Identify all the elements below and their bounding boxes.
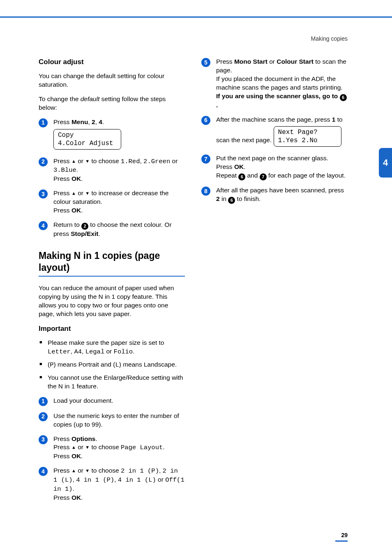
step-text: Load your document. bbox=[53, 397, 185, 405]
key-2: 2 bbox=[92, 118, 95, 125]
text: Press bbox=[53, 467, 71, 474]
up-arrow-icon: ▲ bbox=[71, 468, 76, 473]
colour-step-3: 3 Press ▲ or ▼ to increase or decrease t… bbox=[39, 189, 185, 215]
text: . bbox=[98, 230, 100, 237]
ok-key: OK bbox=[71, 494, 81, 501]
key-4: 4 bbox=[99, 118, 102, 125]
lcd-line: Copy bbox=[58, 131, 117, 139]
important-heading: Important bbox=[39, 324, 185, 334]
ref-step-6-icon: 6 bbox=[228, 197, 235, 204]
text: or bbox=[156, 476, 165, 483]
nin1-heading: Making N in 1 copies (page layout) bbox=[39, 250, 185, 277]
text: or bbox=[104, 348, 113, 355]
nin1-step-3: 3 Press Options. Press ▲ or ▼ to choose … bbox=[39, 435, 185, 461]
nin1-step-7: 7 Put the next page on the scanner glass… bbox=[201, 154, 348, 180]
text: Press bbox=[53, 175, 71, 182]
step-number-icon: 4 bbox=[39, 221, 48, 230]
up-arrow-icon: ▲ bbox=[71, 159, 76, 164]
step-number-icon: 2 bbox=[39, 157, 48, 166]
lcd-line: 1.Yes 2.No bbox=[278, 136, 337, 145]
step-number-icon: 1 bbox=[39, 118, 48, 127]
text: . bbox=[96, 435, 97, 442]
colour-step-1: 1 Press Menu, 2, 4. Copy 4.Color Adjust bbox=[39, 118, 185, 151]
text: . bbox=[81, 175, 83, 182]
text: or bbox=[76, 443, 85, 450]
step-number-icon: 1 bbox=[39, 397, 48, 406]
text: Return to bbox=[53, 221, 81, 228]
step-text: Press ▲ or ▼ to choose 1.Red, 2.Green or… bbox=[53, 157, 185, 184]
mono-start-key: Mono Start bbox=[234, 58, 267, 65]
text: . bbox=[163, 443, 164, 450]
text: or bbox=[170, 157, 178, 164]
step-number-icon: 5 bbox=[201, 58, 210, 67]
list-item: (P) means Portrait and (L) means Landsca… bbox=[39, 360, 185, 369]
text: If you placed the document in the ADF, t… bbox=[216, 75, 343, 91]
ref-step-6-icon: 6 bbox=[238, 173, 245, 180]
top-rule bbox=[0, 16, 392, 18]
nin1-step-1: 1 Load your document. bbox=[39, 397, 185, 406]
page-number: 29 bbox=[341, 531, 348, 539]
text: Please make sure the paper size is set t… bbox=[48, 339, 164, 346]
nin1-step-6: 6 After the machine scans the page, pres… bbox=[201, 115, 348, 149]
text: Repeat bbox=[216, 172, 238, 179]
text: . bbox=[244, 163, 245, 170]
landscape-l: L bbox=[115, 361, 119, 369]
paper-letter: Letter bbox=[48, 348, 71, 355]
colour-step-2: 2 Press ▲ or ▼ to choose 1.Red, 2.Green … bbox=[39, 157, 185, 184]
colour-step-4: 4 Return to 2 to choose the next colour.… bbox=[39, 221, 185, 238]
nin1-step-5: 5 Press Mono Start or Colour Start to sc… bbox=[201, 58, 348, 110]
text: . bbox=[76, 166, 78, 173]
text: , bbox=[73, 476, 76, 483]
text: ) means Portrait and ( bbox=[53, 361, 115, 368]
down-arrow-icon: ▼ bbox=[85, 159, 90, 164]
colour-adjust-intro: You can change the default setting for c… bbox=[39, 72, 185, 89]
step-text: Return to 2 to choose the next colour. O… bbox=[53, 221, 185, 238]
opt-4in1l: 4 in 1 (L) bbox=[118, 476, 156, 484]
text: Press bbox=[53, 157, 71, 164]
text: . bbox=[133, 348, 134, 355]
text: Press bbox=[53, 452, 71, 459]
paper-folio: Folio bbox=[114, 348, 133, 355]
ref-step-6-icon: 6 bbox=[340, 94, 347, 101]
menu-key: Menu bbox=[71, 118, 88, 125]
header-section-label: Making copies bbox=[311, 35, 348, 43]
text: . bbox=[216, 102, 218, 108]
nin1-step-8: 8 After all the pages have been scanned,… bbox=[201, 186, 348, 204]
step-number-icon: 3 bbox=[39, 435, 48, 444]
text: Press bbox=[53, 118, 71, 125]
lcd-display: Copy 4.Color Adjust bbox=[53, 129, 121, 150]
down-arrow-icon: ▼ bbox=[85, 445, 90, 450]
options-key: Options bbox=[71, 435, 96, 442]
paper-legal: Legal bbox=[85, 348, 105, 355]
page-layout-option: Page Layout bbox=[121, 444, 163, 451]
bottom-rule bbox=[335, 540, 348, 542]
step-text: Use the numeric keys to enter the number… bbox=[53, 412, 185, 429]
text: Press bbox=[216, 58, 234, 65]
step-number-icon: 4 bbox=[39, 467, 48, 476]
glass-note: If you are using the scanner glass, go t… bbox=[216, 92, 347, 108]
lcd-line: Next Page? bbox=[278, 128, 337, 136]
colour-start-key: Colour Start bbox=[277, 58, 314, 65]
text: If you are using the scanner glass, go t… bbox=[216, 92, 340, 99]
option-red: 1.Red bbox=[121, 158, 140, 165]
text: or bbox=[76, 157, 85, 164]
text: . bbox=[81, 207, 83, 214]
down-arrow-icon: ▼ bbox=[85, 468, 90, 473]
ok-key: OK bbox=[234, 163, 244, 170]
nin1-intro: You can reduce the amount of paper used … bbox=[39, 284, 185, 319]
text: to choose bbox=[90, 467, 121, 474]
up-arrow-icon: ▲ bbox=[71, 445, 76, 450]
important-list: Please make sure the paper size is set t… bbox=[39, 339, 185, 391]
step-text: Put the next page on the scanner glass. … bbox=[216, 154, 348, 180]
stop-exit-key: Stop/Exit bbox=[71, 230, 98, 237]
text: Press bbox=[53, 435, 71, 442]
ok-key: OK bbox=[71, 452, 81, 459]
text: , bbox=[114, 476, 118, 483]
text: , bbox=[95, 118, 99, 125]
text: for each page of the layout. bbox=[267, 172, 346, 179]
option-blue: 3.Blue bbox=[53, 166, 76, 174]
step-number-icon: 6 bbox=[201, 116, 210, 125]
lcd-line: 4.Color Adjust bbox=[58, 139, 117, 148]
list-item: Please make sure the paper size is set t… bbox=[39, 339, 185, 356]
step-text: Press ▲ or ▼ to increase or decrease the… bbox=[53, 189, 185, 215]
